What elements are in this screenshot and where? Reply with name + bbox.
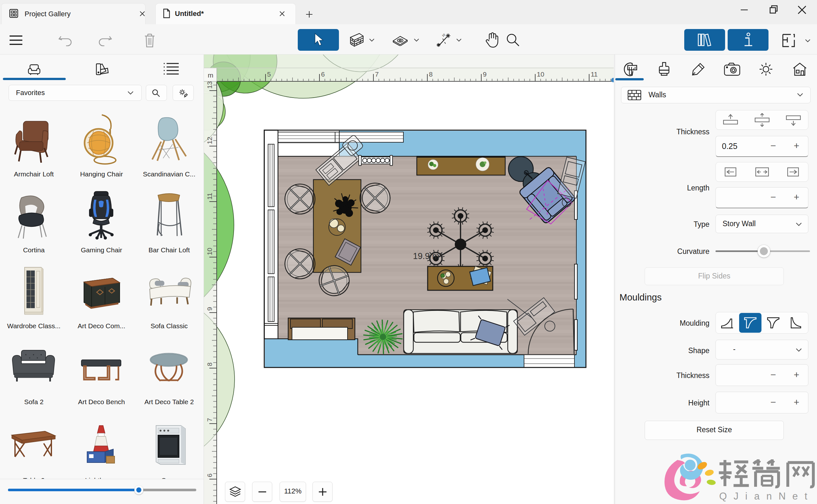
svg-text:10: 10 xyxy=(206,248,213,255)
svg-text:19.9 m²: 19.9 m² xyxy=(413,251,442,261)
svg-text:13: 13 xyxy=(206,81,213,89)
svg-text:10: 10 xyxy=(442,33,446,37)
svg-text:5: 5 xyxy=(267,70,271,78)
svg-text:12: 12 xyxy=(206,137,213,144)
svg-text:7: 7 xyxy=(206,418,213,422)
svg-text:6: 6 xyxy=(206,473,213,477)
svg-text:11: 11 xyxy=(206,193,213,200)
svg-text:11: 11 xyxy=(591,70,598,78)
svg-text:9: 9 xyxy=(483,70,487,78)
svg-text:6: 6 xyxy=(321,70,325,78)
svg-text:QJianNet: QJianNet xyxy=(719,491,814,502)
svg-text:7: 7 xyxy=(375,70,379,78)
svg-text:m: m xyxy=(208,71,213,79)
svg-text:8: 8 xyxy=(429,70,433,78)
svg-text:9: 9 xyxy=(206,307,213,311)
svg-text:8: 8 xyxy=(206,362,213,366)
svg-text:10: 10 xyxy=(537,70,544,78)
